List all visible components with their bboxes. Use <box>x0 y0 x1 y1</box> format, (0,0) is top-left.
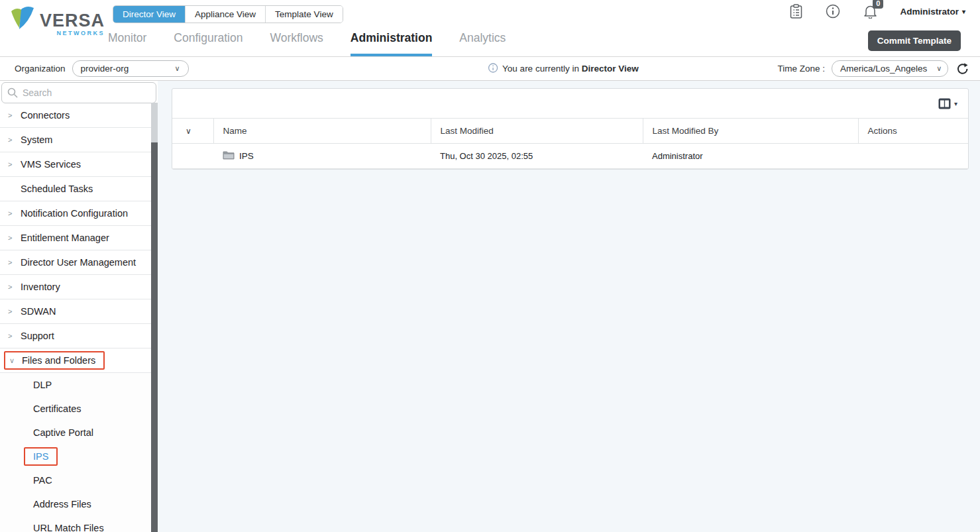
chevron-right-icon: > <box>8 307 15 315</box>
versa-logo-icon <box>9 5 36 37</box>
notification-count-badge: 0 <box>873 0 883 9</box>
sidebar-item-sdwan[interactable]: >SDWAN <box>0 299 158 324</box>
highlight-box: IPS <box>24 447 58 466</box>
tab-director-view[interactable]: Director View <box>113 6 185 23</box>
files-table: ∨ Name Last Modified Last Modified By Ac… <box>172 118 968 169</box>
sidebar-search <box>1 82 156 103</box>
nav-administration[interactable]: Administration <box>351 31 432 56</box>
main-content: ▾ ∨ Name Last Modified Last Modified By … <box>158 81 980 532</box>
sidebar-subitem-ips[interactable]: IPS <box>0 445 158 468</box>
sidebar-item-files-and-folders[interactable]: ∨ Files and Folders <box>0 348 158 373</box>
banner-view-name: Director View <box>582 64 639 74</box>
chevron-right-icon: > <box>8 332 15 340</box>
row-last-modified-by: Administrator <box>643 144 858 169</box>
chevron-right-icon: > <box>8 136 15 144</box>
chevron-right-icon: > <box>8 209 15 217</box>
sidebar-subitem-certificates[interactable]: Certificates <box>0 397 158 421</box>
refresh-icon[interactable] <box>955 61 971 77</box>
sidebar-scrollbar-track[interactable] <box>151 103 158 532</box>
sidebar-subitem-captive-portal[interactable]: Captive Portal <box>0 421 158 445</box>
sidebar-item-notification-configuration[interactable]: >Notification Configuration <box>0 201 158 226</box>
organization-label: Organization <box>15 64 66 74</box>
highlight-box: ∨ Files and Folders <box>4 351 105 370</box>
chevron-right-icon: > <box>8 111 15 119</box>
column-settings-button[interactable]: ▾ <box>938 98 957 109</box>
organization-bar: Organization provider-org ∨ You are curr… <box>0 57 980 81</box>
user-menu-label: Administrator <box>900 7 959 17</box>
files-panel: ▾ ∨ Name Last Modified Last Modified By … <box>172 88 969 170</box>
sidebar-subitem-url-match-files[interactable]: URL Match Files <box>0 516 158 532</box>
tasks-icon[interactable] <box>789 4 803 19</box>
sidebar-menu: >Connectors >System >VMS Services Schedu… <box>0 103 158 373</box>
chevron-right-icon: > <box>8 160 15 168</box>
search-input[interactable] <box>23 87 156 98</box>
row-expander-cell <box>172 144 213 169</box>
chevron-right-icon: > <box>8 234 15 242</box>
sidebar-subitem-pac[interactable]: PAC <box>0 468 158 492</box>
row-name[interactable]: IPS <box>239 151 254 161</box>
versa-logo[interactable]: VERSA NETWORKS <box>9 5 105 37</box>
organization-select[interactable]: provider-org ∨ <box>72 60 189 77</box>
sidebar: >Connectors >System >VMS Services Schedu… <box>0 81 158 532</box>
table-header-row: ∨ Name Last Modified Last Modified By Ac… <box>172 119 968 144</box>
notifications-icon[interactable]: 0 <box>863 4 877 19</box>
sidebar-item-director-user-management[interactable]: >Director User Management <box>0 250 158 275</box>
sidebar-item-system[interactable]: >System <box>0 128 158 152</box>
row-last-modified: Thu, Oct 30 2025, 02:55 <box>431 144 643 169</box>
sidebar-item-scheduled-tasks[interactable]: Scheduled Tasks <box>0 177 158 201</box>
organization-selected-value: provider-org <box>81 64 129 74</box>
user-menu[interactable]: Administrator ▾ <box>900 7 965 17</box>
view-switcher: Director View Appliance View Template Vi… <box>113 5 343 23</box>
caret-down-icon: ▾ <box>962 8 965 15</box>
folder-icon <box>223 150 235 162</box>
column-header-last-modified[interactable]: Last Modified <box>431 119 643 144</box>
sidebar-scrollbar-thumb[interactable] <box>151 142 158 532</box>
banner-text: You are currently in Director View <box>502 64 639 74</box>
view-banner: You are currently in Director View <box>488 57 639 80</box>
sidebar-item-connectors[interactable]: >Connectors <box>0 103 158 128</box>
banner-info-icon <box>488 63 498 75</box>
panel-toolbar: ▾ <box>172 89 968 118</box>
sidebar-item-vms-services[interactable]: >VMS Services <box>0 152 158 177</box>
app-header: VERSA NETWORKS Director View Appliance V… <box>0 0 980 57</box>
chevron-down-icon: ∨ <box>936 64 942 73</box>
timezone-select[interactable]: America/Los_Angeles ∨ <box>832 60 948 77</box>
timezone-label: Time Zone : <box>777 64 825 74</box>
sidebar-item-support[interactable]: >Support <box>0 324 158 348</box>
timezone-selected-value: America/Los_Angeles <box>840 64 927 74</box>
chevron-right-icon: > <box>8 258 15 266</box>
chevron-down-icon: ∨ <box>174 64 180 73</box>
column-header-name[interactable]: Name <box>213 119 431 144</box>
sidebar-subitem-address-files[interactable]: Address Files <box>0 492 158 516</box>
header-actions: 0 Administrator ▾ <box>789 4 965 19</box>
nav-monitor[interactable]: Monitor <box>108 31 146 56</box>
brand-name: VERSA <box>40 12 105 30</box>
search-icon <box>7 87 18 98</box>
row-actions <box>858 144 968 169</box>
caret-down-icon: ▾ <box>954 100 957 107</box>
sidebar-item-inventory[interactable]: >Inventory <box>0 275 158 299</box>
collapse-all-icon[interactable]: ∨ <box>182 127 191 136</box>
nav-configuration[interactable]: Configuration <box>174 31 243 56</box>
chevron-right-icon: > <box>8 283 15 291</box>
column-header-actions: Actions <box>858 119 968 144</box>
nav-analytics[interactable]: Analytics <box>459 31 506 56</box>
table-row[interactable]: IPS Thu, Oct 30 2025, 02:55 Administrato… <box>172 144 968 169</box>
tab-template-view[interactable]: Template View <box>265 6 343 23</box>
info-icon[interactable] <box>826 4 840 19</box>
files-and-folders-submenu: DLP Certificates Captive Portal IPS PAC … <box>0 373 158 532</box>
tab-appliance-view[interactable]: Appliance View <box>185 6 265 23</box>
brand-subtitle: NETWORKS <box>40 30 105 36</box>
sidebar-subitem-dlp[interactable]: DLP <box>0 373 158 397</box>
chevron-down-icon: ∨ <box>9 356 16 365</box>
column-header-last-modified-by[interactable]: Last Modified By <box>643 119 858 144</box>
nav-workflows[interactable]: Workflows <box>270 31 323 56</box>
primary-nav: Monitor Configuration Workflows Administ… <box>108 31 506 56</box>
commit-template-button[interactable]: Commit Template <box>868 30 961 51</box>
sidebar-item-entitlement-manager[interactable]: >Entitlement Manager <box>0 226 158 250</box>
